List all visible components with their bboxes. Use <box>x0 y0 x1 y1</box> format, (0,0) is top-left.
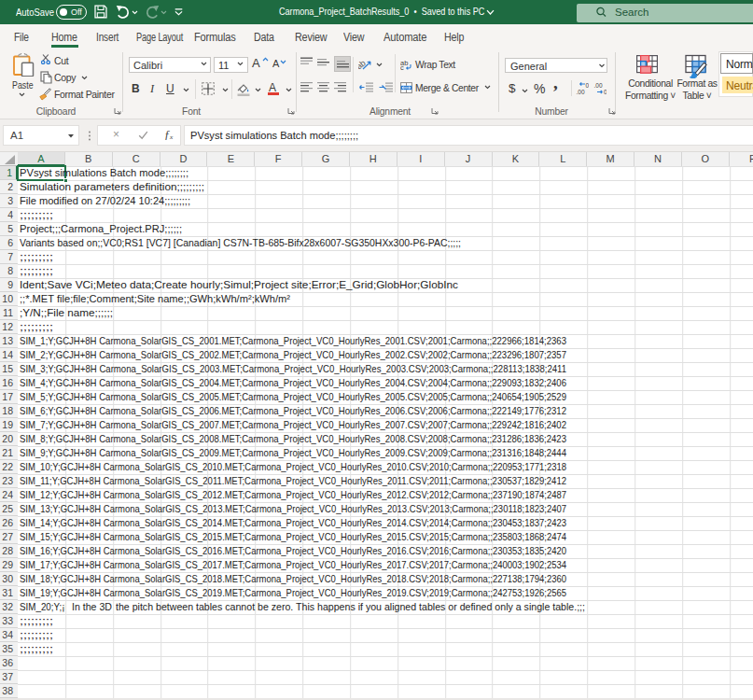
svg-text:0: 0 <box>586 82 590 89</box>
svg-text:c: c <box>400 63 404 70</box>
svg-text:.00: .00 <box>577 89 585 95</box>
svg-text:0: 0 <box>604 89 607 95</box>
svg-text:ab: ab <box>358 59 368 71</box>
svg-text:.00: .00 <box>594 82 603 89</box>
